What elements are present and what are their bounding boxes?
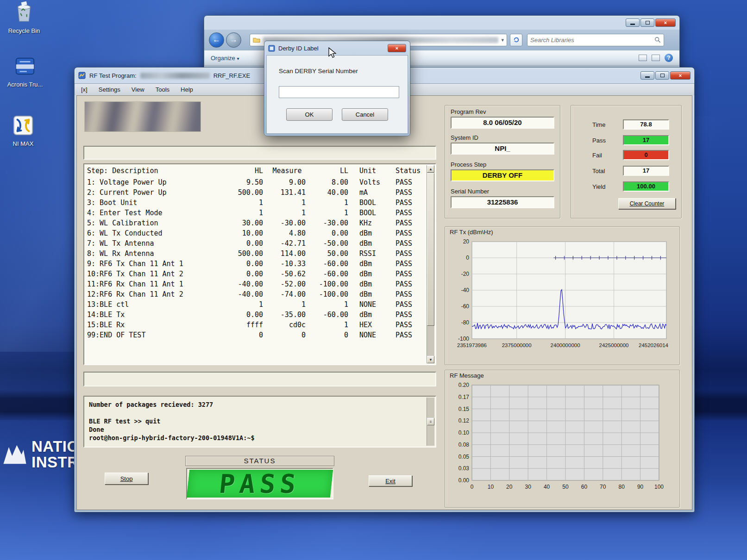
table-row[interactable]: 15:BLE Rxffffcd0c1HEXPASS bbox=[84, 320, 426, 330]
minimize-button[interactable] bbox=[640, 71, 654, 80]
cell-measure: 131.41 bbox=[266, 187, 308, 198]
explorer-titlebar[interactable]: × bbox=[204, 16, 679, 30]
cell-status: PASS bbox=[390, 187, 426, 198]
table-row[interactable]: 14:BLE Tx0.00-35.00-60.00dBmPASS bbox=[84, 310, 426, 320]
step-table-rows: 1: Voltage Power Up9.509.008.00VoltsPASS… bbox=[84, 177, 426, 340]
step-table: Step: Description HL Measure LL Unit Sta… bbox=[83, 163, 436, 365]
cell-desc: 10:RF6 Tx Chan 11 Ant 2 bbox=[84, 269, 234, 279]
cell-hl: -40.00 bbox=[234, 279, 266, 289]
message-field-bottom[interactable] bbox=[83, 372, 436, 386]
cell-status: PASS bbox=[390, 299, 426, 310]
organize-button[interactable]: Organize ▾ bbox=[211, 55, 239, 62]
scroll-thumb[interactable] bbox=[427, 173, 434, 326]
console-output[interactable]: Number of packages recieved: 3277 BLE RF… bbox=[84, 397, 426, 446]
desktop-icon-ni-max[interactable]: NI MAX bbox=[2, 115, 44, 148]
refresh-button[interactable] bbox=[510, 34, 522, 46]
console-scrollbar[interactable]: ≡ bbox=[427, 398, 434, 446]
restore-button[interactable] bbox=[640, 19, 654, 27]
table-row[interactable]: 5: WL Calibration30.00-30.00-30.00KHzPAS… bbox=[84, 218, 426, 228]
menu-item-settings[interactable]: Settings bbox=[99, 86, 120, 93]
cell-ll: 0 bbox=[308, 330, 351, 340]
cell-desc: 9: RF6 Tx Chan 11 Ant 1 bbox=[84, 259, 234, 269]
message-field-top[interactable] bbox=[83, 146, 436, 160]
exit-button[interactable]: Exit bbox=[369, 475, 412, 486]
ni-logo-icon bbox=[3, 444, 27, 465]
cell-unit: dBm bbox=[351, 228, 390, 238]
close-button[interactable]: × bbox=[655, 19, 676, 27]
clear-counter-button[interactable]: Clear Counter bbox=[618, 198, 676, 209]
desktop-icon-acronis[interactable]: Acronis Tru... bbox=[4, 56, 46, 88]
cell-measure: 4.80 bbox=[266, 228, 308, 238]
maximize-button[interactable] bbox=[655, 71, 669, 80]
back-button[interactable]: ← bbox=[209, 32, 224, 48]
scroll-up-icon[interactable]: ▲ bbox=[427, 165, 434, 173]
cell-unit: NONE bbox=[351, 299, 390, 310]
help-icon[interactable]: ? bbox=[665, 54, 673, 62]
dialog-body: Scan DERBY Serial Number OK Cancel bbox=[266, 55, 408, 134]
ok-button[interactable]: OK bbox=[286, 108, 333, 121]
table-row[interactable]: 9: RF6 Tx Chan 11 Ant 10.00-10.33-60.00d… bbox=[84, 259, 426, 269]
table-row[interactable]: 1: Voltage Power Up9.509.008.00VoltsPASS bbox=[84, 177, 426, 187]
table-row[interactable]: 8: WL Rx Antenna500.00114.0050.00RSSIPAS… bbox=[84, 249, 426, 259]
cell-measure: 1 bbox=[266, 198, 308, 208]
cell-status: PASS bbox=[390, 228, 426, 238]
menu-item-help[interactable]: Help bbox=[181, 86, 193, 93]
table-row[interactable]: 99:END OF TEST000NONEPASS bbox=[84, 330, 426, 340]
stop-button[interactable]: Stop bbox=[105, 473, 148, 485]
cell-measure: 0 bbox=[266, 330, 308, 340]
table-row[interactable]: 6: WL Tx Conducted10.004.800.00dBmPASS bbox=[84, 228, 426, 238]
system-id-label: System ID bbox=[451, 134, 478, 141]
cell-ll: 1 bbox=[308, 299, 351, 310]
table-row[interactable]: 2: Current Power Up500.00131.4140.00mAPA… bbox=[84, 187, 426, 198]
table-row[interactable]: 4: Enter Test Mode111BOOLPASS bbox=[84, 208, 426, 218]
dialog-close-button[interactable]: × bbox=[388, 44, 406, 52]
scroll-down-icon[interactable]: ▼ bbox=[427, 356, 434, 363]
forward-button[interactable]: → bbox=[226, 32, 241, 48]
svg-text:0: 0 bbox=[471, 484, 474, 490]
table-scrollbar[interactable]: ▲ ▼ bbox=[427, 165, 434, 363]
system-id-value: NPI_ bbox=[451, 143, 554, 155]
table-row[interactable]: 10:RF6 Tx Chan 11 Ant 20.00-50.62-60.00d… bbox=[84, 269, 426, 279]
menu-item-view[interactable]: View bbox=[132, 86, 144, 93]
serial-number-input[interactable] bbox=[279, 86, 399, 98]
cell-unit: KHz bbox=[351, 218, 390, 228]
cell-unit: dBm bbox=[351, 259, 390, 269]
dialog-prompt: Scan DERBY Serial Number bbox=[279, 68, 358, 75]
minimize-button[interactable] bbox=[626, 19, 640, 27]
svg-text:-100: -100 bbox=[458, 336, 469, 342]
rf-tx-title: RF Tx (dBm\Hz) bbox=[450, 229, 493, 236]
svg-text:0.12: 0.12 bbox=[458, 417, 470, 424]
header-measure: Measure bbox=[266, 164, 308, 177]
autoscroll-icon[interactable]: ≡ bbox=[427, 418, 434, 425]
search-input[interactable] bbox=[530, 37, 654, 44]
table-row[interactable]: 12:RF6 Rx Chan 11 Ant 2-40.00-74.00-100.… bbox=[84, 289, 426, 299]
cell-ll: 1 bbox=[308, 198, 351, 208]
menu-item-tools[interactable]: Tools bbox=[156, 86, 169, 93]
address-dropdown-icon[interactable]: ▾ bbox=[501, 37, 504, 43]
rf-message-title: RF Message bbox=[450, 372, 484, 379]
close-button[interactable]: × bbox=[670, 71, 691, 80]
table-row[interactable]: 11:RF6 Rx Chan 11 Ant 1-40.00-52.00-100.… bbox=[84, 279, 426, 289]
menu-item-x[interactable]: [x] bbox=[81, 86, 88, 93]
rf-app-icon bbox=[78, 72, 86, 79]
program-rev-value: 8.0 06/05/20 bbox=[451, 117, 554, 129]
preview-pane-icon[interactable] bbox=[652, 55, 660, 61]
console-line: BLE RF test >> quit bbox=[89, 417, 421, 425]
cell-unit: dBm bbox=[351, 238, 390, 249]
cancel-button[interactable]: Cancel bbox=[342, 108, 388, 121]
search-box[interactable] bbox=[527, 34, 664, 46]
views-icon[interactable] bbox=[639, 55, 647, 61]
cell-status: PASS bbox=[390, 198, 426, 208]
cell-hl: 1 bbox=[234, 299, 266, 310]
cell-desc: 7: WL Tx Antenna bbox=[84, 238, 234, 249]
table-row[interactable]: 7: WL Tx Antenna0.00-42.71-50.00dBmPASS bbox=[84, 238, 426, 249]
desktop-icon-recycle-bin[interactable]: Recycle Bin bbox=[3, 0, 45, 35]
program-rev-label: Program Rev bbox=[451, 108, 486, 115]
cell-desc: 13:BLE ctl bbox=[84, 299, 234, 310]
svg-text:0.05: 0.05 bbox=[458, 454, 470, 460]
table-row[interactable]: 3: Boot Unit111BOOLPASS bbox=[84, 198, 426, 208]
clear-counter-label: Clear Counter bbox=[630, 200, 665, 207]
cell-ll: -30.00 bbox=[308, 218, 351, 228]
table-row[interactable]: 13:BLE ctl111NONEPASS bbox=[84, 299, 426, 310]
total-value: 17 bbox=[623, 166, 669, 176]
